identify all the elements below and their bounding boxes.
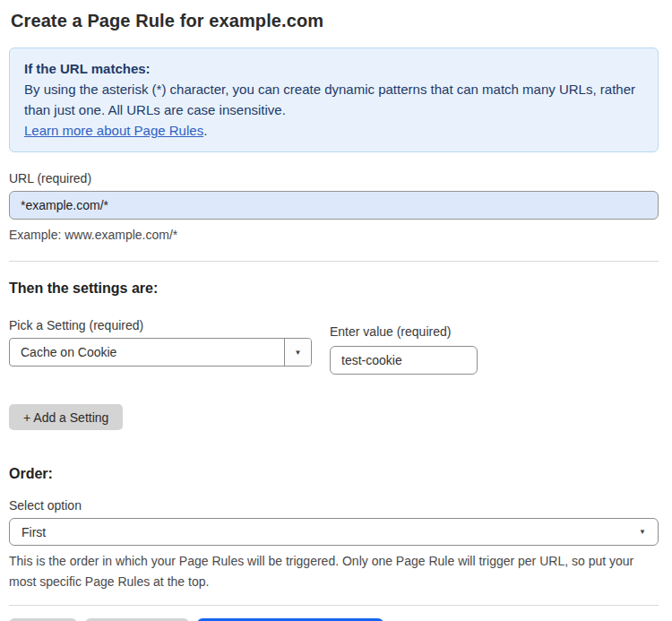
link-suffix: . (203, 123, 207, 138)
learn-more-link[interactable]: Learn more about Page Rules (24, 123, 203, 138)
order-select-value: First (22, 525, 46, 539)
order-select-label: Select option (9, 498, 659, 513)
setting-picker-column: Pick a Setting (required) Cache on Cooki… (9, 318, 312, 375)
page-title: Create a Page Rule for example.com (11, 11, 659, 31)
setting-select[interactable]: Cache on Cookie ▼ (9, 338, 312, 367)
add-setting-button[interactable]: + Add a Setting (9, 404, 123, 430)
settings-row: Pick a Setting (required) Cache on Cooki… (9, 318, 659, 375)
caret-glyph: ▼ (295, 349, 302, 357)
setting-value-label: Enter value (required) (330, 324, 478, 339)
create-page-rule-form: Create a Page Rule for example.com If th… (0, 0, 672, 621)
setting-value-input[interactable] (330, 346, 478, 375)
url-match-info-box: If the URL matches: By using the asteris… (9, 47, 659, 152)
url-example-text: Example: www.example.com/* (9, 225, 659, 246)
order-help-text: This is the order in which your Page Rul… (9, 551, 659, 592)
info-box-body: By using the asterisk (*) character, you… (24, 82, 635, 117)
info-box-heading: If the URL matches: (24, 58, 643, 79)
setting-picker-label: Pick a Setting (required) (9, 318, 312, 332)
url-field-label: URL (required) (9, 171, 659, 185)
section-divider (9, 261, 659, 262)
url-input[interactable] (9, 191, 659, 220)
order-select[interactable]: First ▼ (9, 518, 659, 546)
caret-down-icon: ▼ (639, 528, 646, 536)
setting-select-value: Cache on Cookie (10, 339, 284, 366)
order-heading: Order: (9, 466, 659, 482)
footer-divider (9, 605, 659, 606)
settings-heading: Then the settings are: (9, 280, 659, 297)
caret-down-icon[interactable]: ▼ (284, 339, 311, 366)
setting-value-column: Enter value (required) (330, 324, 478, 375)
